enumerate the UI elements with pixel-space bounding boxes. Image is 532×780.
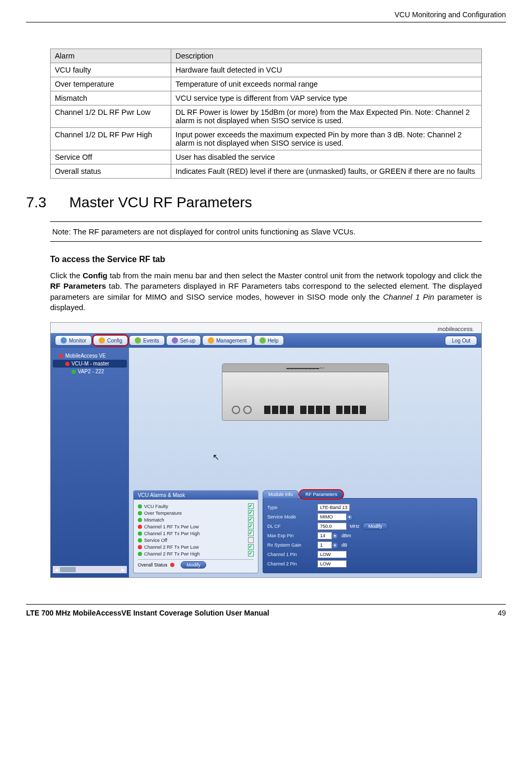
subheading: To access the Service RF tab — [50, 255, 482, 264]
table-row: Channel 1/2 DL RF Pwr HighInput power ex… — [50, 128, 481, 150]
param-row-type: TypeLTE-Band 13 — [267, 503, 472, 512]
status-dot-icon — [138, 525, 142, 529]
tab-help[interactable]: Help — [254, 335, 285, 346]
tab-management[interactable]: Management — [202, 335, 252, 346]
status-dot-icon — [65, 362, 69, 366]
alarm-row: Over Temperature✔ — [138, 510, 254, 516]
table-header-row: Alarm Description — [50, 49, 481, 63]
header-title: VCU Monitoring and Configuration — [395, 10, 506, 19]
page-header: VCU Monitoring and Configuration — [26, 10, 506, 22]
tree-root[interactable]: MobileAccess VE — [53, 352, 127, 360]
note-text: Note: The RF parameters are not displaye… — [52, 227, 356, 236]
content-area: MobileAccess VE VCU-M - master VAP2 - 22… — [51, 348, 481, 577]
subtabs: Module Info RF Parameters — [263, 490, 477, 499]
max-exp-pin-select[interactable]: 14 — [317, 532, 332, 539]
page-number: 49 — [498, 609, 506, 617]
device-top-strip: ▬▬▬▬▬▬▬▬▬ ▪ ▪ — [222, 364, 388, 372]
modify-button[interactable]: Modify — [362, 523, 388, 530]
alarm-row: Channel 2 RF Tx Pwr Low✔ — [138, 543, 254, 550]
device-ports — [264, 406, 366, 414]
page-footer: LTE 700 MHz MobileAccessVE Instant Cover… — [26, 604, 506, 617]
section-number: 7.3 — [26, 194, 65, 211]
status-dot-icon — [72, 370, 76, 374]
logout-button[interactable]: Log Out — [445, 336, 477, 346]
service-mode-select[interactable]: MIMO — [317, 513, 347, 521]
ch2-pin-value: LOW — [317, 560, 347, 568]
scroll-right-icon[interactable]: ► — [121, 567, 126, 573]
param-row-dl-cf: DL CF750.0MHzModify — [267, 522, 472, 531]
tab-events[interactable]: Events — [129, 335, 165, 346]
overall-status-row: Overall Status Modify — [138, 559, 254, 569]
alarm-row: VCU Faulty✔ — [138, 503, 254, 510]
table-row: MismatchVCU service type is different fr… — [50, 91, 481, 105]
dl-cf-value[interactable]: 750.0 — [317, 523, 347, 530]
brand-logo: mobileaccess. — [438, 326, 474, 332]
events-icon — [135, 337, 141, 344]
footer-title: LTE 700 MHz MobileAccessVE Instant Cover… — [26, 609, 269, 617]
mask-checkbox[interactable]: ✔ — [248, 551, 254, 557]
rf-panel-wrapper: Module Info RF Parameters TypeLTE-Band 1… — [263, 490, 477, 573]
cursor-icon: ↖ — [212, 452, 219, 462]
help-icon — [259, 337, 266, 344]
mask-checkbox[interactable]: ✔ — [248, 524, 254, 529]
app-screenshot: mobileaccess. Monitor Config Events Set-… — [50, 322, 482, 578]
status-dot-icon — [170, 563, 174, 567]
dropdown-icon[interactable]: ▼ — [332, 533, 338, 539]
status-dot-icon — [138, 504, 142, 509]
param-row-rx-gain: Rx System Gain1▼dB — [267, 540, 472, 550]
dropdown-icon[interactable]: ▼ — [346, 514, 353, 521]
config-icon — [99, 337, 105, 344]
section-heading: 7.3 Master VCU RF Parameters — [26, 194, 506, 211]
rx-gain-select[interactable]: 1 — [317, 541, 332, 549]
tree-item-vap[interactable]: VAP2 - 222 — [53, 368, 127, 375]
mask-checkbox[interactable]: ✔ — [248, 517, 254, 523]
alarm-row: Channel 1 RF Tx Pwr High✔ — [138, 530, 254, 537]
alarms-panel: VCU Alarms & Mask VCU Faulty✔ Over Tempe… — [133, 490, 258, 573]
mask-checkbox[interactable]: ✔ — [248, 510, 254, 516]
table-row: Service OffUser has disabled the service — [50, 150, 481, 164]
dropdown-icon[interactable]: ▼ — [332, 542, 338, 549]
tab-setup[interactable]: Set-up — [166, 335, 201, 346]
device-image: ▬▬▬▬▬▬▬▬▬ ▪ ▪ — [222, 363, 389, 421]
param-row-max-exp-pin: Max Exp Pin14▼dBm — [267, 531, 472, 540]
menu-bar: Monitor Config Events Set-up Management … — [51, 333, 481, 348]
ch1-pin-value: LOW — [317, 551, 347, 558]
subtab-module-info[interactable]: Module Info — [263, 490, 299, 499]
table-row: VCU faultyHardware fault detected in VCU — [50, 63, 481, 77]
modify-button[interactable]: Modify — [181, 561, 206, 569]
monitor-icon — [61, 337, 67, 344]
mask-checkbox[interactable]: ✔ — [248, 530, 254, 536]
subtab-rf-parameters[interactable]: RF Parameters — [300, 490, 343, 499]
mask-checkbox[interactable]: ✔ — [248, 503, 254, 509]
body-paragraph: Click the Config tab from the main menu … — [50, 270, 482, 313]
type-value: LTE-Band 13 — [317, 504, 350, 511]
param-row-ch2-pin: Channel 2 PinLOW — [267, 559, 472, 569]
note-box: Note: The RF parameters are not displaye… — [50, 221, 482, 242]
param-row-ch1-pin: Channel 1 PinLOW — [267, 550, 472, 559]
scroll-thumb[interactable] — [60, 567, 76, 572]
mask-checkbox[interactable]: ✔ — [248, 544, 254, 550]
tree-scrollbar[interactable]: ◄► — [53, 566, 127, 573]
tab-monitor[interactable]: Monitor — [55, 335, 92, 346]
alarms-panel-body: VCU Faulty✔ Over Temperature✔ Mismatch✔ … — [134, 500, 258, 572]
table-row: Channel 1/2 DL RF Pwr LowDL RF Power is … — [50, 105, 481, 128]
status-dot-icon — [138, 531, 142, 536]
alarm-table: Alarm Description VCU faultyHardware fau… — [50, 49, 482, 179]
mask-checkbox[interactable]: ✔ — [248, 537, 254, 543]
tree-item-vcu[interactable]: VCU-M - master — [53, 360, 127, 368]
device-controls — [232, 406, 252, 414]
param-row-service-mode: Service ModeMIMO▼ — [267, 512, 472, 522]
main-pane: ▬▬▬▬▬▬▬▬▬ ▪ ▪ ↖ VCU Alarms & Mask VCU Fa… — [129, 348, 481, 577]
alarm-row: Service Off✔ — [138, 537, 254, 543]
status-dot-icon — [138, 538, 142, 542]
table-row: Over temperatureTemperature of unit exce… — [50, 77, 481, 91]
status-dot-icon — [138, 545, 142, 549]
setup-icon — [172, 337, 178, 344]
logo-row: mobileaccess. — [51, 323, 481, 333]
alarm-row: Mismatch✔ — [138, 516, 254, 523]
tab-config[interactable]: Config — [93, 335, 128, 346]
rf-parameters-panel: TypeLTE-Band 13 Service ModeMIMO▼ DL CF7… — [263, 498, 477, 573]
alarm-row: Channel 1 RF Tx Pwr Low✔ — [138, 523, 254, 530]
scroll-left-icon[interactable]: ◄ — [54, 567, 59, 573]
col-description: Description — [171, 49, 482, 63]
